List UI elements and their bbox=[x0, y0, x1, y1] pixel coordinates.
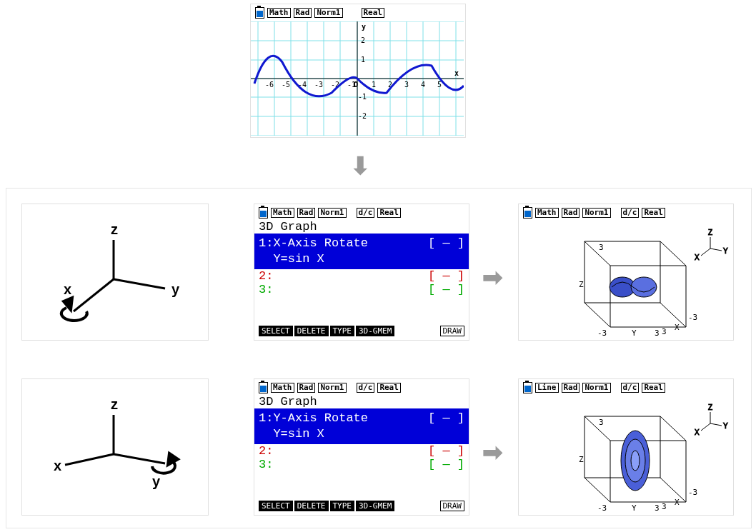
status-rad: Rad bbox=[294, 8, 312, 18]
svg-text:-3: -3 bbox=[597, 328, 607, 336]
arrow-down-icon: ⬇ bbox=[350, 151, 370, 180]
svg-line-43 bbox=[74, 279, 114, 311]
svg-text:3: 3 bbox=[662, 327, 667, 336]
svg-text:Z: Z bbox=[708, 403, 712, 411]
svg-line-50 bbox=[65, 454, 114, 465]
svg-text:Y: Y bbox=[632, 328, 637, 336]
panel-2d-graph: MathRadNorm1 Real -6-5-4-3-2-1 12345 12-… bbox=[250, 4, 466, 138]
svg-line-56 bbox=[585, 241, 610, 266]
battery-icon bbox=[523, 382, 532, 393]
svg-line-98 bbox=[701, 423, 710, 431]
status-real: Real bbox=[362, 8, 385, 18]
svg-text:Z: Z bbox=[708, 229, 712, 236]
svg-text:3: 3 bbox=[655, 328, 660, 336]
svg-text:X: X bbox=[675, 498, 680, 507]
menu-item-3[interactable]: 3:[ — ] bbox=[254, 283, 469, 296]
softkey-draw[interactable]: DRAW bbox=[440, 326, 465, 336]
svg-line-73 bbox=[710, 249, 722, 251]
svg-text:-3: -3 bbox=[688, 488, 697, 497]
menu-item-1[interactable]: 1:Y-Axis Rotate [ — ] Y=sin X bbox=[254, 408, 469, 444]
svg-text:z: z bbox=[111, 221, 118, 237]
panel-3d-view-x: MathRadNorm1d/cReal 3Z -3Y33X-3 ZYX bbox=[518, 204, 734, 341]
svg-text:x: x bbox=[64, 281, 71, 297]
svg-text:-3: -3 bbox=[688, 313, 697, 322]
svg-text:Y: Y bbox=[723, 247, 728, 255]
battery-icon bbox=[259, 382, 268, 393]
svg-line-49 bbox=[114, 454, 165, 463]
arrow-right-icon: ➡ bbox=[482, 438, 502, 466]
status-math: Math bbox=[267, 8, 291, 18]
svg-text:X: X bbox=[675, 323, 680, 332]
status-norm: Norm1 bbox=[314, 8, 342, 18]
svg-text:Y: Y bbox=[723, 422, 728, 430]
softkey-gmem[interactable]: 3D-GMEM bbox=[356, 326, 394, 336]
svg-text:-6: -6 bbox=[265, 81, 274, 89]
svg-line-79 bbox=[585, 416, 610, 441]
menu-item-1[interactable]: 1:X-Axis Rotate [ — ] Y=sin X bbox=[254, 234, 469, 269]
svg-text:z: z bbox=[111, 396, 118, 412]
svg-text:5: 5 bbox=[437, 81, 442, 89]
panel-3d-view-y: LineRadNorm1d/cReal 3Z -3Y33X-3 ZYX bbox=[518, 378, 734, 516]
svg-text:Z: Z bbox=[579, 455, 584, 464]
svg-point-63 bbox=[631, 277, 657, 297]
softkey-select[interactable]: SELECT bbox=[259, 326, 293, 336]
status-bar: MathRadNorm1 Real bbox=[251, 4, 465, 21]
svg-line-74 bbox=[701, 249, 710, 256]
svg-point-87 bbox=[631, 451, 640, 471]
svg-text:-5: -5 bbox=[282, 81, 290, 89]
svg-text:3: 3 bbox=[404, 81, 409, 89]
svg-line-97 bbox=[710, 423, 722, 426]
svg-text:1: 1 bbox=[361, 56, 365, 64]
svg-line-61 bbox=[660, 303, 686, 327]
softkey-type[interactable]: TYPE bbox=[330, 326, 355, 336]
svg-text:y: y bbox=[171, 281, 180, 297]
svg-text:x: x bbox=[454, 69, 459, 77]
arrow-right-icon: ➡ bbox=[482, 263, 502, 291]
svg-text:3: 3 bbox=[655, 503, 660, 511]
svg-text:-3: -3 bbox=[314, 81, 323, 89]
svg-text:O: O bbox=[354, 81, 358, 89]
menu-item-2[interactable]: 2:[ — ] bbox=[254, 444, 469, 458]
svg-text:Y: Y bbox=[632, 503, 637, 511]
svg-text:y: y bbox=[152, 473, 161, 489]
svg-text:3: 3 bbox=[662, 502, 667, 511]
svg-text:1: 1 bbox=[372, 81, 376, 89]
svg-line-42 bbox=[114, 279, 165, 288]
svg-text:3: 3 bbox=[599, 243, 604, 252]
softkey-delete[interactable]: DELETE bbox=[294, 326, 329, 336]
svg-marker-51 bbox=[168, 453, 178, 465]
sine-plot: -6-5-4-3-2-1 12345 12-1-2 yx O bbox=[251, 21, 464, 136]
svg-text:Z: Z bbox=[579, 280, 584, 289]
svg-text:-2: -2 bbox=[358, 112, 367, 120]
panel-3d-menu-x: MathRadNorm1d/cReal 3D Graph 1:X-Axis Ro… bbox=[254, 204, 469, 341]
svg-text:2: 2 bbox=[361, 36, 365, 44]
menu-item-2[interactable]: 2:[ — ] bbox=[254, 269, 469, 283]
svg-text:4: 4 bbox=[421, 81, 425, 89]
svg-text:x: x bbox=[54, 458, 61, 473]
svg-text:-1: -1 bbox=[358, 93, 367, 101]
menu-item-3[interactable]: 3:[ — ] bbox=[254, 458, 469, 471]
panel-axis-y: z y x bbox=[21, 378, 209, 516]
panel-3d-menu-y: MathRadNorm1d/cReal 3D Graph 1:Y-Axis Ro… bbox=[254, 378, 469, 516]
svg-line-84 bbox=[660, 478, 686, 502]
svg-text:-3: -3 bbox=[597, 503, 607, 511]
menu-title: 3D Graph bbox=[254, 220, 469, 234]
panel-axis-x: z y x bbox=[21, 204, 209, 341]
battery-icon bbox=[259, 207, 268, 219]
battery-icon bbox=[523, 207, 532, 219]
softkey-bar: SELECTDELETETYPE3D-GMEMDRAW bbox=[259, 326, 464, 336]
svg-text:X: X bbox=[695, 428, 700, 436]
svg-text:3: 3 bbox=[599, 418, 604, 427]
svg-text:X: X bbox=[695, 254, 700, 261]
svg-text:y: y bbox=[362, 23, 366, 31]
battery-icon bbox=[255, 7, 264, 19]
